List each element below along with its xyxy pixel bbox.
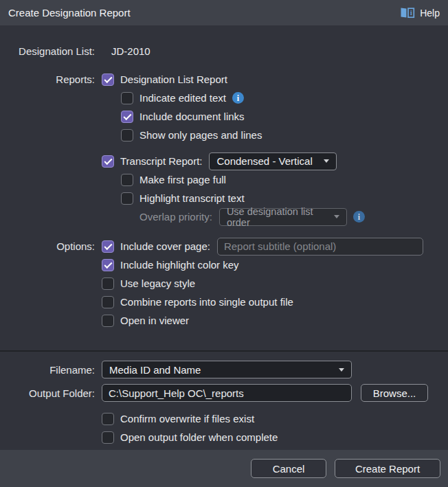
highlight-transcript-text-row: Highlight transcript text	[0, 189, 448, 207]
use-legacy-style-label: Use legacy style	[120, 278, 195, 289]
include-cover-page-row: Options: Include cover page:	[0, 237, 448, 256]
filename-dropdown[interactable]: Media ID and Name	[102, 361, 352, 378]
options-section-label: Options:	[0, 240, 95, 252]
show-only-pages-and-lines-checkbox[interactable]	[121, 129, 133, 141]
include-document-links-row: Include document links	[0, 107, 448, 126]
transcript-format-dropdown[interactable]: Condensed - Vertical	[209, 152, 337, 170]
overlap-priority-info-icon[interactable]: i	[353, 211, 365, 223]
filename-label: Filename:	[0, 364, 95, 376]
highlight-transcript-text-label: Highlight transcript text	[139, 192, 245, 204]
dialog-body: Designation List: JD-2010 Reports: Desig…	[0, 25, 448, 450]
indicate-edited-text-info-icon[interactable]: i	[232, 92, 244, 104]
indicate-edited-text-checkbox[interactable]	[121, 92, 133, 104]
confirm-overwrite-label: Confirm overwrite if files exist	[120, 413, 254, 424]
open-output-folder-row: Open output folder when complete	[0, 428, 448, 446]
open-output-folder-label: Open output folder when complete	[120, 431, 278, 443]
include-cover-page-checkbox[interactable]	[102, 240, 114, 253]
confirm-overwrite-row: Confirm overwrite if files exist	[0, 409, 448, 428]
filename-value: Media ID and Name	[109, 364, 201, 376]
titlebar: Create Designation Report i Help	[0, 0, 448, 25]
output-folder-row: Output Folder: Browse...	[0, 384, 448, 402]
help-label: Help	[420, 8, 440, 19]
highlight-transcript-text-checkbox[interactable]	[121, 192, 133, 205]
create-report-button[interactable]: Create Report	[335, 459, 440, 478]
indicate-edited-text-label: Indicate edited text	[139, 92, 226, 104]
designation-list-label: Designation List:	[0, 45, 95, 57]
reports-section-label: Reports:	[0, 73, 95, 85]
output-folder-input[interactable]	[102, 384, 352, 402]
include-document-links-label: Include document links	[139, 111, 245, 122]
transcript-report-checkbox[interactable]	[102, 155, 114, 168]
designation-list-value: JD-2010	[111, 45, 150, 57]
make-first-page-full-row: Make first page full	[0, 170, 448, 189]
designation-list-report-checkbox[interactable]	[102, 73, 114, 86]
include-highlight-color-key-row: Include highlight color key	[0, 256, 448, 274]
filename-row: Filename: Media ID and Name	[0, 361, 448, 378]
transcript-report-label: Transcript Report:	[120, 155, 202, 167]
include-highlight-color-key-label: Include highlight color key	[120, 259, 239, 271]
open-output-folder-checkbox[interactable]	[102, 431, 114, 444]
help-book-icon: i	[400, 7, 415, 19]
open-in-viewer-label: Open in viewer	[120, 315, 189, 326]
create-designation-report-dialog: Create Designation Report i Help Designa…	[0, 0, 448, 487]
cancel-button[interactable]: Cancel	[251, 459, 326, 478]
overlap-priority-value: Use designation list order	[227, 206, 334, 228]
help-button[interactable]: i Help	[400, 7, 440, 19]
section-divider	[0, 350, 448, 352]
make-first-page-full-label: Make first page full	[139, 174, 226, 185]
confirm-overwrite-checkbox[interactable]	[102, 413, 114, 425]
output-folder-label: Output Folder:	[0, 387, 95, 399]
footer: Cancel Create Report	[0, 450, 448, 487]
svg-text:i: i	[410, 10, 412, 16]
indicate-edited-text-row: Indicate edited text i	[0, 89, 448, 107]
chevron-down-icon	[324, 159, 329, 163]
designation-list-report-row: Reports: Designation List Report	[0, 70, 448, 89]
overlap-priority-label: Overlap priority:	[139, 211, 212, 223]
show-only-pages-and-lines-label: Show only pages and lines	[139, 129, 262, 141]
include-cover-page-label: Include cover page:	[120, 240, 210, 252]
designation-list-row: Designation List: JD-2010	[0, 43, 448, 58]
include-document-links-checkbox[interactable]	[121, 111, 133, 123]
open-in-viewer-checkbox[interactable]	[102, 315, 114, 327]
show-only-pages-and-lines-row: Show only pages and lines	[0, 126, 448, 144]
combine-reports-label: Combine reports into single output file	[120, 296, 293, 308]
open-in-viewer-row: Open in viewer	[0, 311, 448, 330]
make-first-page-full-checkbox[interactable]	[121, 174, 133, 186]
dialog-title: Create Designation Report	[8, 7, 131, 19]
overlap-priority-row: Overlap priority: Use designation list o…	[0, 207, 448, 226]
include-highlight-color-key-checkbox[interactable]	[102, 259, 114, 271]
combine-reports-checkbox[interactable]	[102, 296, 114, 308]
browse-button[interactable]: Browse...	[361, 384, 428, 402]
designation-list-report-label: Designation List Report	[120, 73, 227, 85]
combine-reports-row: Combine reports into single output file	[0, 293, 448, 311]
transcript-format-value: Condensed - Vertical	[216, 155, 312, 167]
overlap-priority-dropdown: Use designation list order	[219, 208, 347, 226]
chevron-down-icon	[339, 368, 344, 372]
report-subtitle-input[interactable]	[217, 238, 423, 256]
use-legacy-style-checkbox[interactable]	[102, 278, 114, 290]
use-legacy-style-row: Use legacy style	[0, 274, 448, 293]
transcript-report-row: Transcript Report: Condensed - Vertical	[0, 152, 448, 170]
chevron-down-icon	[334, 215, 339, 218]
